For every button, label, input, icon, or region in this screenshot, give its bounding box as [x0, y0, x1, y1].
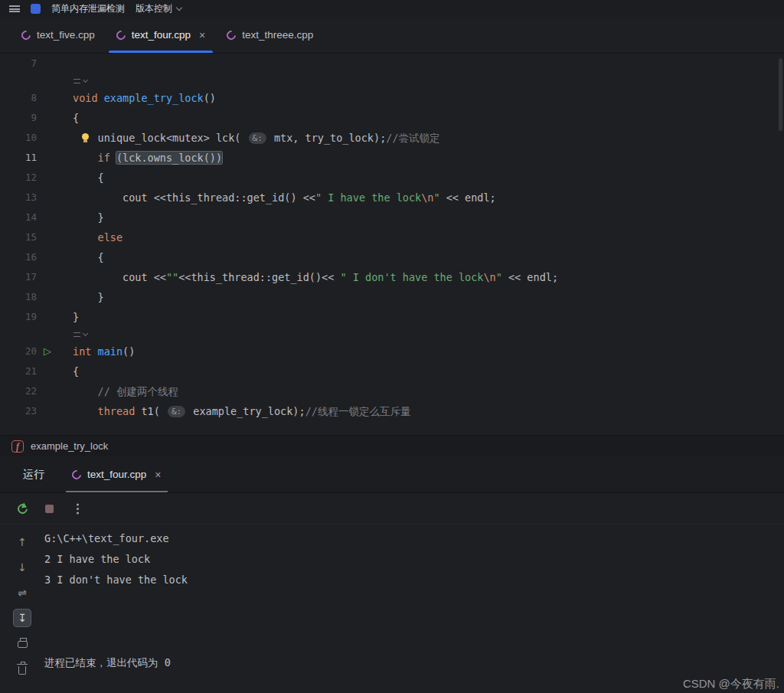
- code-token: thread: [98, 405, 136, 417]
- code-text[interactable]: {: [73, 361, 79, 381]
- run-tab-label: text_four.cpp: [87, 469, 146, 480]
- printer-glyph: [18, 641, 28, 648]
- code-token: {: [73, 251, 104, 263]
- console-output[interactable]: G:\C++\text_four.exe2 I have the lock3 I…: [44, 525, 188, 693]
- code-text[interactable]: cout <<""<<this_thread::get_id()<< " I d…: [73, 267, 558, 287]
- gutter[interactable]: 11: [0, 148, 73, 168]
- code-line: 9{: [0, 108, 784, 128]
- code-vision-row: [0, 74, 784, 88]
- up-arrow-icon[interactable]: ↑: [14, 534, 31, 551]
- code-text[interactable]: {: [73, 108, 79, 128]
- run-toolwindow-title[interactable]: 运行: [23, 468, 44, 482]
- code-token: " I have the lock: [315, 191, 421, 204]
- trash-icon[interactable]: [14, 660, 31, 677]
- code-text[interactable]: void example_try_lock(): [73, 88, 216, 108]
- gutter[interactable]: 7: [0, 54, 73, 74]
- tab-close-icon[interactable]: ×: [199, 30, 205, 41]
- console-line: [44, 632, 188, 652]
- down-arrow-icon[interactable]: ↓: [14, 559, 31, 576]
- editor-tab-text_threee-cpp[interactable]: text_threee.cpp: [216, 17, 324, 53]
- gutter[interactable]: 10: [0, 128, 73, 148]
- gutter[interactable]: 8: [0, 88, 73, 108]
- editor-scrollbar[interactable]: [779, 58, 782, 131]
- code-token: mtx, try_to_lock);: [268, 132, 386, 144]
- console-line: 进程已结束，退出代码为 0: [44, 652, 188, 673]
- run-tab-close-icon[interactable]: ×: [155, 469, 161, 480]
- stop-button[interactable]: [45, 505, 54, 513]
- code-token: //尝试锁定: [386, 132, 439, 144]
- line-number: 21: [25, 365, 37, 377]
- code-token: //线程一锁定么互斥量: [305, 405, 411, 417]
- editor-tab-text_five-cpp[interactable]: text_five.cpp: [11, 17, 106, 53]
- intention-bulb-icon[interactable]: [82, 133, 89, 140]
- code-text[interactable]: int main(): [73, 342, 135, 361]
- code-line: 11 if (lck.owns_lock()): [0, 148, 784, 168]
- tab-label: text_five.cpp: [37, 29, 95, 41]
- run-console-tab[interactable]: text_four.cpp ×: [66, 456, 168, 492]
- code-text[interactable]: {: [73, 168, 104, 188]
- code-line: 19}: [0, 307, 784, 327]
- code-vision-icon[interactable]: [74, 74, 87, 88]
- line-number: 17: [25, 271, 37, 283]
- line-number: 7: [31, 57, 37, 69]
- gutter[interactable]: 9: [0, 108, 73, 128]
- code-editor[interactable]: 78void example_try_lock()9{10 unique_loc…: [0, 54, 784, 435]
- gutter[interactable]: 19: [0, 307, 73, 327]
- soft-wrap-icon[interactable]: ⇌: [14, 584, 31, 601]
- code-token: else: [98, 231, 123, 244]
- line-number: 11: [25, 152, 37, 163]
- more-options-icon[interactable]: [77, 508, 79, 510]
- run-toolwindow-header: 运行 text_four.cpp ×: [0, 456, 784, 493]
- code-token: int: [73, 345, 98, 358]
- code-line: 21{: [0, 361, 784, 381]
- gutter[interactable]: 22: [0, 381, 73, 401]
- code-token: {: [73, 112, 79, 124]
- gutter[interactable]: 21: [0, 361, 73, 381]
- editor-tab-text_four-cpp[interactable]: text_four.cpp×: [106, 17, 217, 53]
- console-toolbar: ↑↓⇌↧: [0, 525, 44, 693]
- code-line: 20▷int main(): [0, 342, 784, 361]
- chevron-down-icon: [176, 4, 182, 10]
- gutter[interactable]: 12: [0, 168, 73, 188]
- vcs-widget[interactable]: 版本控制: [136, 2, 172, 15]
- code-text[interactable]: thread t1( &: example_try_lock);//线程一锁定么…: [73, 401, 410, 421]
- run-gutter-icon[interactable]: ▷: [44, 342, 51, 361]
- scroll-to-end-icon[interactable]: ↧: [14, 610, 31, 626]
- gutter[interactable]: 14: [0, 208, 73, 227]
- printer-icon[interactable]: [14, 635, 31, 652]
- code-token: (): [122, 345, 135, 358]
- gutter[interactable]: 15: [0, 227, 73, 247]
- code-line: 14 }: [0, 208, 784, 227]
- code-text[interactable]: // 创建两个线程: [73, 381, 178, 401]
- code-text[interactable]: }: [73, 307, 79, 327]
- code-text[interactable]: }: [73, 208, 104, 227]
- code-text[interactable]: {: [73, 247, 104, 267]
- code-text[interactable]: if (lck.owns_lock()): [73, 148, 222, 168]
- gutter[interactable]: 23: [0, 401, 73, 421]
- line-number: 12: [25, 172, 37, 183]
- line-number: 10: [25, 132, 37, 143]
- code-vision-icon[interactable]: [74, 327, 87, 342]
- rerun-button[interactable]: [17, 503, 28, 515]
- code-token: {: [73, 365, 79, 378]
- gutter[interactable]: 17: [0, 267, 73, 287]
- chevron-down-icon: [83, 77, 88, 83]
- code-text[interactable]: cout <<this_thread::get_id() <<" I have …: [73, 188, 496, 208]
- code-token: ": [496, 271, 502, 283]
- code-text[interactable]: unique_lock<mutex> lck( &: mtx, try_to_l…: [73, 128, 440, 148]
- project-name[interactable]: 简单内存泄漏检测: [51, 2, 125, 15]
- breadcrumb-function-name[interactable]: example_try_lock: [31, 440, 108, 452]
- code-line: 23 thread t1( &: example_try_lock);//线程一…: [0, 401, 784, 421]
- gutter[interactable]: 16: [0, 247, 73, 267]
- console-line: 3 I don't have the lock: [44, 570, 188, 590]
- gutter[interactable]: 18: [0, 287, 73, 307]
- code-token: }: [73, 311, 79, 323]
- code-line: 15 else: [0, 227, 784, 247]
- gutter[interactable]: 13: [0, 188, 73, 208]
- hamburger-menu-icon[interactable]: [9, 5, 20, 12]
- cpp-file-icon: [20, 28, 33, 41]
- tab-label: text_threee.cpp: [242, 29, 313, 41]
- gutter[interactable]: 20: [0, 342, 73, 361]
- code-text[interactable]: }: [73, 287, 104, 307]
- code-text[interactable]: else: [73, 227, 122, 247]
